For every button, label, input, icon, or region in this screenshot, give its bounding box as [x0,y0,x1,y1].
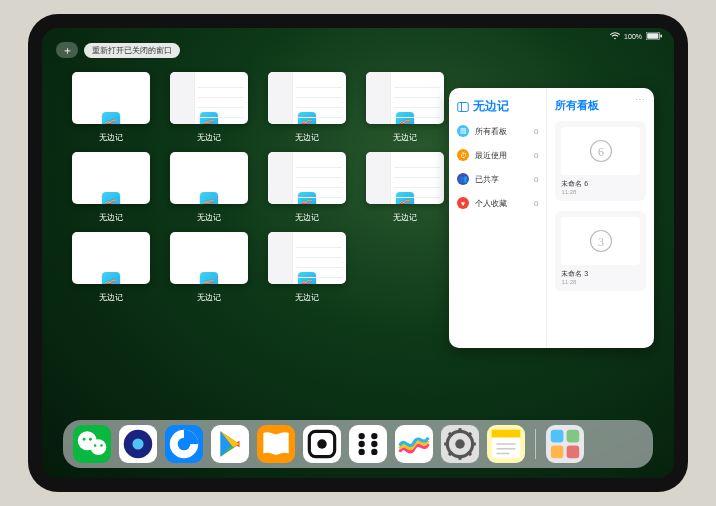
app-expose-grid: 无边记 无边记 无边记 无边记 无边记 [70,72,446,304]
window-thumb [268,232,346,284]
app-window-label: 无边记 [393,212,417,223]
svg-point-12 [89,438,92,441]
app-window-thumbnail[interactable]: 无边记 [364,72,446,144]
app-window-thumbnail[interactable]: 无边记 [168,152,250,224]
svg-line-33 [449,433,452,436]
sidebar-item-heart[interactable]: ♥个人收藏0 [457,197,538,209]
svg-point-24 [371,441,377,447]
app-window-thumbnail[interactable]: 无边记 [168,72,250,144]
dock-books-icon[interactable] [257,425,295,463]
app-window-label: 无边记 [197,212,221,223]
dock [63,420,653,468]
board-meta: 11:28 [561,189,640,195]
svg-point-16 [132,438,143,449]
svg-rect-2 [660,34,662,37]
dock-notes-icon[interactable] [487,425,525,463]
freeform-app-icon [102,272,120,284]
svg-line-34 [468,452,471,455]
window-thumb [72,232,150,284]
freeform-app-icon [396,192,414,204]
top-controls: ＋ 重新打开已关闭的窗口 [56,42,180,58]
window-thumb [72,72,150,124]
freeform-app-icon [298,192,316,204]
sidebar-item-share[interactable]: 👥已共享0 [457,173,538,185]
share-icon: 👥 [457,173,469,185]
panel-sidebar: 无边记 ▧所有看板0⏱最近使用0👥已共享0♥个人收藏0 [449,88,547,348]
app-window-thumbnail[interactable]: 无边记 [266,152,348,224]
svg-point-11 [83,438,86,441]
dock-obsidian-icon[interactable] [303,425,341,463]
board-label: 未命名 6 [561,179,640,189]
freeform-app-icon [396,112,414,124]
layers-icon: ▧ [457,125,469,137]
board-card[interactable]: 6 未命名 611:28 [555,121,646,201]
svg-point-14 [100,444,103,447]
clock-icon: ⏱ [457,149,469,161]
board-card[interactable]: 3 未命名 311:28 [555,211,646,291]
window-thumb [268,152,346,204]
board-label: 未命名 3 [561,269,640,279]
app-window-label: 无边记 [197,132,221,143]
more-menu-icon[interactable]: ⋯ [635,94,646,105]
app-window-thumbnail[interactable]: 无边记 [70,72,152,144]
dock-googleplay-icon[interactable] [211,425,249,463]
svg-point-25 [359,449,365,455]
app-window-thumbnail[interactable]: 无边记 [266,72,348,144]
app-window-thumbnail[interactable]: 无边记 [364,152,446,224]
svg-line-36 [468,433,471,436]
app-window-label: 无边记 [99,132,123,143]
panel-sidebar-title: 无边记 [457,98,538,115]
dock-divider [535,429,536,459]
app-window-thumbnail[interactable]: 无边记 [266,232,348,304]
freeform-app-icon [200,272,218,284]
dock-settings-icon[interactable] [441,425,479,463]
sidebar-title-text: 无边记 [473,98,509,115]
svg-line-35 [449,452,452,455]
app-window-label: 无边记 [197,292,221,303]
svg-rect-42 [551,430,564,443]
app-window-label: 无边记 [99,292,123,303]
svg-point-28 [455,439,465,449]
ipad-frame: 100% ＋ 重新打开已关闭的窗口 无边记 无边记 无边记 [28,14,688,492]
app-window-thumbnail[interactable]: 无边记 [168,232,250,304]
app-window-thumbnail[interactable]: 无边记 [70,152,152,224]
sidebar-item-label: 个人收藏 [475,198,507,209]
svg-rect-38 [492,438,521,459]
dock-quark-icon[interactable] [119,425,157,463]
new-window-button[interactable]: ＋ [56,42,78,58]
svg-rect-3 [458,102,469,111]
svg-rect-37 [492,430,521,438]
sidebar-icon [457,101,469,113]
svg-rect-1 [647,33,658,39]
window-thumb [72,152,150,204]
dock-freeform-icon[interactable] [395,425,433,463]
window-thumb [366,152,444,204]
app-window-thumbnail[interactable]: 无边记 [70,232,152,304]
svg-point-21 [359,433,365,439]
svg-point-23 [359,441,365,447]
sidebar-item-layers[interactable]: ▧所有看板0 [457,125,538,137]
svg-text:6: 6 [598,145,604,159]
board-meta: 11:28 [561,279,640,285]
battery-icon [646,32,662,40]
reopen-closed-window-button[interactable]: 重新打开已关闭的窗口 [84,43,180,58]
app-window-label: 无边记 [295,132,319,143]
sidebar-item-count: 0 [534,199,538,208]
svg-rect-45 [567,446,580,459]
dock-wechat-icon[interactable] [73,425,111,463]
sidebar-item-clock[interactable]: ⏱最近使用0 [457,149,538,161]
dock-app-library-icon[interactable] [546,425,584,463]
dock-qqbrowser-icon[interactable] [165,425,203,463]
sidebar-item-label: 已共享 [475,174,499,185]
freeform-panel[interactable]: 无边记 ▧所有看板0⏱最近使用0👥已共享0♥个人收藏0 ⋯ 所有看板 6 未命名… [449,88,654,348]
svg-point-13 [94,444,97,447]
app-window-label: 无边记 [295,212,319,223]
svg-point-22 [371,433,377,439]
freeform-app-icon [298,112,316,124]
svg-point-20 [317,439,327,449]
panel-content: ⋯ 所有看板 6 未命名 611:28 3 未命名 311:28 [547,88,654,348]
sidebar-item-label: 最近使用 [475,150,507,161]
dock-sixdots-icon[interactable] [349,425,387,463]
window-thumb [170,152,248,204]
screen: 100% ＋ 重新打开已关闭的窗口 无边记 无边记 无边记 [42,28,674,478]
